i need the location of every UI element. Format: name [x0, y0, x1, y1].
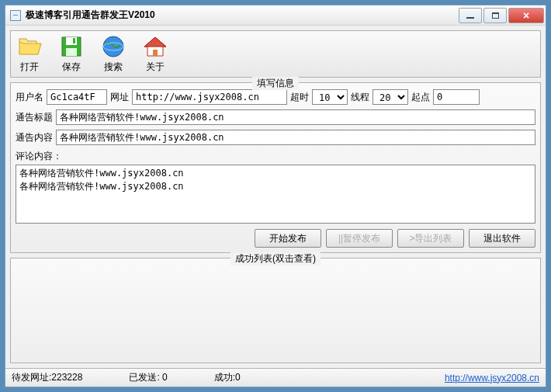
- close-button[interactable]: ×: [508, 8, 544, 23]
- start-publish-button[interactable]: 开始发布: [255, 229, 321, 248]
- about-label: 关于: [146, 61, 165, 74]
- window-title: 极速博客引用通告群发王V2010: [26, 9, 457, 22]
- minimize-button[interactable]: [459, 8, 482, 23]
- floppy-disk-icon: [59, 34, 84, 59]
- sent-value: 0: [162, 372, 168, 383]
- row-title: 通告标题: [16, 109, 535, 125]
- export-list-button[interactable]: >导出列表: [397, 229, 464, 248]
- save-button[interactable]: 保存: [59, 34, 84, 74]
- form-group: 填写信息 用户名 网址 超时 10 线程 20 起点 通告标题 通告内容: [10, 82, 541, 253]
- ok-label: 成功:: [214, 372, 235, 383]
- timeout-label: 超时: [290, 91, 309, 104]
- toolbar: 打开 保存 搜索 关于: [10, 30, 541, 78]
- threads-label: 线程: [351, 91, 369, 104]
- threads-select[interactable]: 20: [373, 89, 408, 105]
- globe-icon: [101, 34, 126, 59]
- comment-textarea[interactable]: 各种网络营销软件!www.jsyx2008.cn 各种网络营销软件!www.js…: [16, 165, 535, 224]
- open-button[interactable]: 打开: [17, 34, 42, 74]
- row-content: 通告内容: [16, 130, 535, 145]
- username-label: 用户名: [16, 91, 43, 104]
- titlebar: 极速博客引用通告群发王V2010 ×: [5, 5, 546, 26]
- maximize-button[interactable]: [483, 8, 507, 23]
- open-label: 打开: [20, 61, 39, 74]
- success-list[interactable]: [16, 265, 535, 358]
- sent-status: 已发送: 0: [129, 371, 167, 384]
- notice-content-label: 通告内容: [16, 131, 53, 144]
- form-group-title: 填写信息: [252, 77, 299, 90]
- folder-open-icon: [17, 34, 42, 59]
- ok-status: 成功:0: [214, 371, 241, 384]
- app-icon: [10, 10, 21, 21]
- success-group: 成功列表(双击查看): [10, 258, 541, 363]
- window-controls: ×: [457, 8, 544, 23]
- svg-rect-3: [73, 38, 75, 43]
- app-window: 极速博客引用通告群发王V2010 × 打开 保存: [5, 5, 546, 387]
- username-input[interactable]: [47, 89, 107, 105]
- home-icon: [143, 34, 168, 59]
- action-buttons: 开始发布 ||暂停发布 >导出列表 退出软件: [16, 229, 535, 248]
- pause-publish-button[interactable]: ||暂停发布: [326, 229, 393, 248]
- url-label: 网址: [110, 91, 129, 104]
- svg-rect-2: [66, 48, 77, 56]
- notice-title-input[interactable]: [56, 109, 535, 125]
- window-body: 打开 保存 搜索 关于 填写信息: [5, 26, 546, 368]
- pending-status: 待发网址:223228: [12, 371, 82, 384]
- pending-value: 223228: [51, 372, 82, 383]
- about-button[interactable]: 关于: [143, 34, 168, 74]
- notice-content-input[interactable]: [56, 130, 535, 145]
- sent-label: 已发送:: [129, 372, 159, 383]
- start-label: 起点: [411, 91, 430, 104]
- save-label: 保存: [62, 61, 81, 74]
- footer-link[interactable]: http://www.jsyx2008.cn: [445, 373, 539, 383]
- search-label: 搜索: [104, 61, 123, 74]
- row-connection: 用户名 网址 超时 10 线程 20 起点: [16, 89, 535, 105]
- url-input[interactable]: [132, 89, 287, 105]
- notice-title-label: 通告标题: [16, 111, 53, 124]
- row-comment-label: 评论内容：: [16, 150, 535, 163]
- start-input[interactable]: [433, 89, 480, 105]
- svg-rect-6: [153, 50, 158, 56]
- search-button[interactable]: 搜索: [101, 34, 126, 74]
- exit-button[interactable]: 退出软件: [469, 229, 535, 248]
- comment-label: 评论内容：: [16, 150, 62, 163]
- ok-value: 0: [235, 372, 241, 383]
- timeout-select[interactable]: 10: [312, 89, 348, 105]
- statusbar: 待发网址:223228 已发送: 0 成功:0 http://www.jsyx2…: [5, 368, 546, 387]
- pending-label: 待发网址:: [12, 372, 51, 383]
- success-group-title: 成功列表(双击查看): [230, 252, 321, 265]
